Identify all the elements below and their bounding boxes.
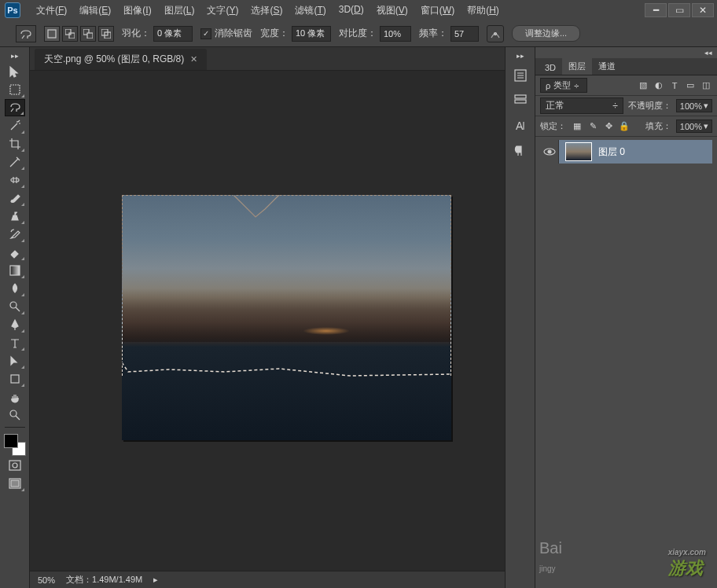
menu-f[interactable]: 文件(F) [30, 1, 73, 20]
properties-panel-icon[interactable] [510, 91, 531, 110]
panel-tabs: 3D 图层 通道 [535, 58, 717, 75]
tool-preset-picker[interactable] [16, 25, 36, 42]
filter-shape-icon[interactable]: ▭ [684, 79, 697, 92]
filter-smart-icon[interactable]: ◫ [700, 79, 712, 92]
layer-name[interactable]: 图层 0 [598, 145, 625, 159]
color-swatches[interactable] [4, 434, 26, 456]
width-input[interactable] [292, 26, 331, 42]
dock-collapse[interactable]: ▸▸ [517, 52, 524, 60]
selection-new[interactable] [44, 26, 60, 42]
lock-all-icon[interactable]: 🔒 [618, 120, 631, 133]
blend-mode-select[interactable]: 正常÷ [540, 97, 623, 114]
blur-tool[interactable] [5, 280, 25, 297]
maximize-button[interactable]: ▭ [668, 3, 690, 17]
svg-rect-20 [515, 100, 526, 103]
selection-subtract[interactable] [80, 26, 96, 42]
layer-visibility-toggle[interactable] [540, 140, 559, 164]
healing-brush-tool[interactable] [5, 171, 25, 189]
lock-position-icon[interactable]: ✥ [602, 120, 615, 133]
magic-wand-tool[interactable] [5, 117, 25, 134]
svg-rect-1 [65, 29, 71, 35]
menu-y[interactable]: 文字(Y) [200, 1, 245, 20]
screen-mode-toggle[interactable] [5, 475, 25, 492]
selection-add[interactable] [62, 26, 78, 42]
path-selection-tool[interactable] [5, 352, 25, 369]
tab-channels[interactable]: 通道 [592, 58, 622, 75]
move-tool[interactable] [5, 63, 25, 80]
feather-input[interactable] [153, 26, 193, 42]
marquee-tool[interactable] [5, 81, 25, 98]
svg-rect-12 [11, 375, 19, 383]
svg-rect-10 [10, 266, 20, 275]
foreground-color-swatch[interactable] [4, 434, 18, 448]
selection-intersect[interactable] [98, 26, 114, 42]
menu-e[interactable]: 编辑(E) [73, 1, 117, 20]
layers-list: 图层 0 [535, 137, 717, 588]
frequency-input[interactable] [450, 26, 479, 42]
history-brush-tool[interactable] [5, 226, 25, 243]
history-panel-icon[interactable] [510, 66, 531, 85]
crop-tool[interactable] [5, 135, 25, 153]
pen-pressure-toggle[interactable] [487, 25, 504, 42]
close-button[interactable]: ✕ [692, 3, 714, 17]
panels-area: ◂◂ 3D 图层 通道 ρ类型÷ ▧ ◐ T ▭ ◫ 正常÷ 不透明度： 1 [535, 47, 717, 588]
menu-i[interactable]: 图像(I) [117, 1, 157, 20]
menu-h[interactable]: 帮助(H) [461, 1, 506, 20]
menu-l[interactable]: 图层(L) [158, 1, 201, 20]
layer-thumbnail[interactable] [565, 142, 592, 161]
toolbox-collapse[interactable]: ▸▸ [0, 52, 29, 62]
selection-mode-group [44, 26, 114, 42]
dodge-tool[interactable] [5, 298, 25, 315]
layer-row[interactable]: 图层 0 [540, 140, 712, 164]
tab-3d[interactable]: 3D [539, 61, 562, 75]
character-panel-icon[interactable]: A [510, 116, 531, 135]
minimize-button[interactable]: ━ [645, 3, 667, 17]
options-bar: 羽化： ✓ 消除锯齿 宽度： 对比度： 频率： 调整边缘... [0, 20, 717, 47]
menu-t[interactable]: 滤镜(T) [289, 1, 332, 20]
brush-tool[interactable] [5, 189, 25, 207]
svg-rect-8 [10, 85, 20, 94]
type-tool[interactable] [5, 334, 25, 351]
rectangle-tool[interactable] [5, 370, 25, 388]
eraser-tool[interactable] [5, 244, 25, 261]
menu-d[interactable]: 3D(D) [333, 1, 370, 20]
menu-s[interactable]: 选择(S) [245, 1, 289, 20]
status-docinfo[interactable]: 文档：1.49M/1.49M [66, 574, 142, 586]
lock-paint-icon[interactable]: ✎ [586, 120, 599, 133]
canvas[interactable] [30, 71, 505, 588]
opacity-input[interactable]: 100%▾ [676, 99, 712, 112]
tab-layers[interactable]: 图层 [562, 58, 592, 75]
lasso-tool[interactable] [5, 99, 25, 116]
zoom-level[interactable]: 50% [38, 575, 55, 585]
gradient-tool[interactable] [5, 262, 25, 279]
panels-collapse[interactable]: ◂◂ [535, 47, 717, 58]
magnetic-lasso-icon [19, 28, 33, 39]
filter-pixel-icon[interactable]: ▧ [637, 79, 649, 92]
blend-row: 正常÷ 不透明度： 100%▾ [535, 96, 717, 116]
svg-rect-14 [9, 461, 20, 470]
fill-input[interactable]: 100%▾ [676, 119, 712, 133]
refine-edge-button[interactable]: 调整边缘... [512, 25, 580, 42]
layer-filter-kind[interactable]: ρ类型÷ [540, 78, 587, 93]
contrast-input[interactable] [380, 26, 411, 42]
antialias-checkbox[interactable]: ✓ [200, 28, 211, 39]
filter-adjustment-icon[interactable]: ◐ [653, 79, 665, 92]
document-tab[interactable]: 天空.png @ 50% (图层 0, RGB/8) ✕ [35, 49, 207, 70]
close-tab-icon[interactable]: ✕ [190, 54, 197, 64]
width-label: 宽度： [260, 27, 289, 40]
svg-point-7 [495, 32, 497, 35]
hand-tool[interactable] [5, 388, 25, 406]
zoom-tool[interactable] [5, 406, 25, 424]
lock-transparent-icon[interactable]: ▦ [571, 120, 583, 133]
paragraph-panel-icon[interactable] [510, 141, 531, 160]
menubar: Ps 文件(F)编辑(E)图像(I)图层(L)文字(Y)选择(S)滤镜(T)3D… [0, 0, 717, 20]
eyedropper-tool[interactable] [5, 153, 25, 171]
filter-type-icon[interactable]: T [668, 79, 681, 92]
document-tabbar: 天空.png @ 50% (图层 0, RGB/8) ✕ [30, 47, 505, 71]
document-tab-title: 天空.png @ 50% (图层 0, RGB/8) [44, 53, 184, 66]
clone-stamp-tool[interactable] [5, 208, 25, 225]
menu-v[interactable]: 视图(V) [370, 1, 414, 20]
pen-tool[interactable] [5, 316, 25, 333]
menu-w[interactable]: 窗口(W) [414, 1, 461, 20]
quick-mask-toggle[interactable] [5, 457, 25, 474]
